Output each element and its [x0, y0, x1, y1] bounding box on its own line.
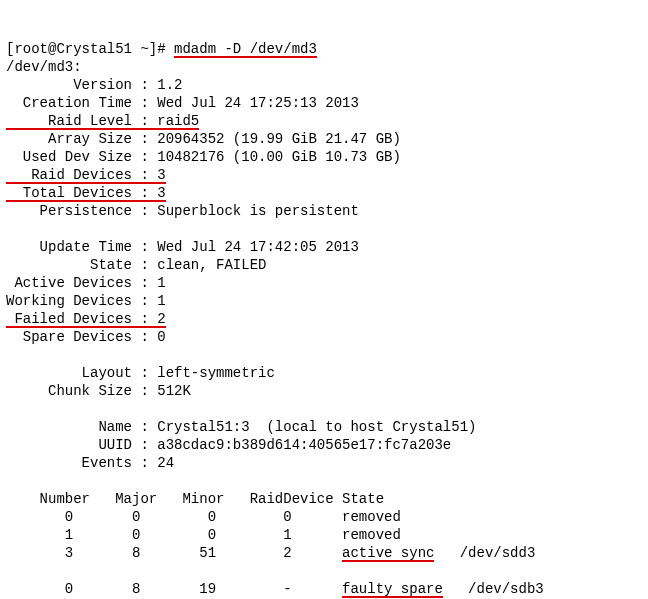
line-header: Number Major Minor RaidDevice State [6, 491, 384, 507]
state-faulty-spare: faulty spare [342, 582, 443, 598]
line: Name : Crystal51:3 (local to host Crysta… [6, 419, 476, 435]
line: /dev/md3: [6, 59, 82, 75]
line: UUID : a38cdac9:b389d614:40565e17:fc7a20… [6, 437, 451, 453]
dev-path: /dev/sdd3 [434, 545, 535, 561]
line: Working Devices : 1 [6, 293, 166, 309]
line-row: 0 8 19 - [6, 581, 342, 597]
dev-path: /dev/sdb3 [443, 581, 544, 597]
line-row: 3 8 51 2 [6, 545, 342, 561]
line: Layout : left-symmetric [6, 365, 275, 381]
state-active-sync: active sync [342, 546, 434, 562]
line: State : clean, FAILED [6, 257, 266, 273]
line: Used Dev Size : 10482176 (10.00 GiB 10.7… [6, 149, 401, 165]
line: Array Size : 20964352 (19.99 GiB 21.47 G… [6, 131, 401, 147]
line-raid-devices: Raid Devices : 3 [6, 168, 166, 184]
line: Active Devices : 1 [6, 275, 166, 291]
line-total-devices: Total Devices : 3 [6, 186, 166, 202]
line: Update Time : Wed Jul 24 17:42:05 2013 [6, 239, 359, 255]
line-raid-level: Raid Level : raid5 [6, 114, 199, 130]
line: Events : 24 [6, 455, 174, 471]
line: Creation Time : Wed Jul 24 17:25:13 2013 [6, 95, 359, 111]
line: Version : 1.2 [6, 77, 182, 93]
line: Spare Devices : 0 [6, 329, 166, 345]
line-row: 1 0 0 1 removed [6, 527, 401, 543]
line: Persistence : Superblock is persistent [6, 203, 359, 219]
line-row: 0 0 0 0 removed [6, 509, 401, 525]
terminal-output: [root@Crystal51 ~]# mdadm -D /dev/md3 /d… [6, 41, 544, 599]
line-failed-devices: Failed Devices : 2 [6, 312, 166, 328]
prompt: [root@Crystal51 ~]# [6, 41, 174, 57]
command-text: mdadm -D /dev/md3 [174, 42, 317, 58]
line: Chunk Size : 512K [6, 383, 191, 399]
